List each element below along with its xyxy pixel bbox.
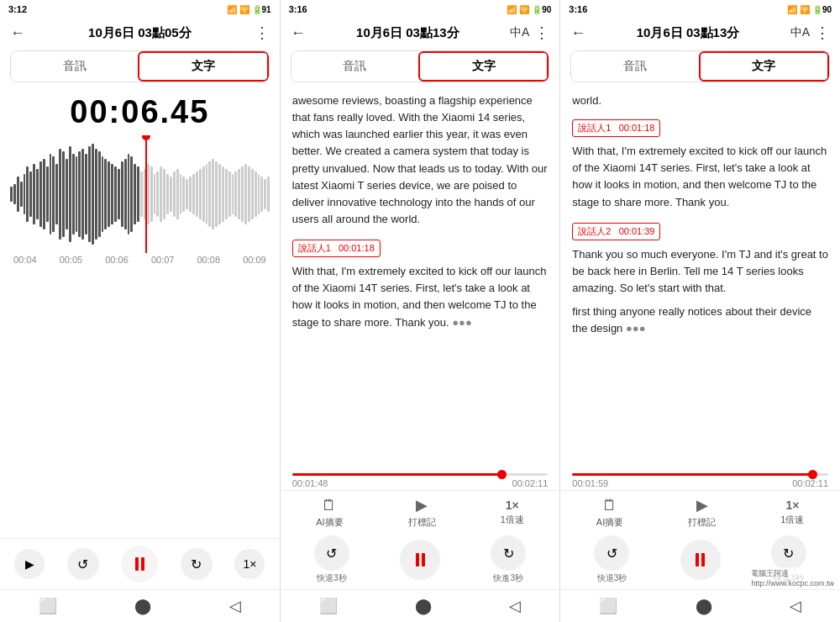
timer-display: 00:06.45 <box>0 86 280 135</box>
pause-wrap-3[interactable] <box>680 540 721 580</box>
speed-icon-2: 1× <box>506 498 519 512</box>
rewind-3s-1[interactable]: ↺ <box>67 548 99 580</box>
translate-icon-2[interactable]: 中A <box>510 25 529 40</box>
bookmark-icon-2: ▶ <box>416 496 428 514</box>
stop-icon-2[interactable]: ⬜ <box>319 597 338 615</box>
time-labels: 00:04 00:05 00:06 00:07 00:08 00:09 <box>7 253 273 266</box>
transcript-text-3-2: Thank you so much everyone. I'm TJ and i… <box>572 246 828 297</box>
status-time-3: 3:16 <box>569 4 587 14</box>
back-nav-icon-3[interactable]: ◁ <box>790 597 801 615</box>
transcript-area-2: awesome reviews, boasting a flagship exp… <box>281 86 560 470</box>
back-nav-icon-2[interactable]: ◁ <box>509 597 521 615</box>
tab-bar-1: 音訊 文字 <box>10 50 270 82</box>
wifi-icon: 🛜 <box>239 5 249 14</box>
status-bar-1: 3:12 📶 🛜 🔋91 <box>0 0 280 18</box>
app-header-1: ← 10月6日 03點05分 ⋮ <box>0 18 280 47</box>
speed-label-2: 1倍速 <box>501 514 524 526</box>
tab-audio-3[interactable]: 音訊 <box>571 51 698 82</box>
bookmark-btn-2[interactable]: ▶ 打標記 <box>408 496 436 529</box>
tab-audio-2[interactable]: 音訊 <box>291 51 418 82</box>
tab-text-2[interactable]: 文字 <box>418 51 549 82</box>
bookmark-btn-3[interactable]: ▶ 打標記 <box>688 496 716 529</box>
app-header-2: ← 10月6日 03點13分 中A ⋮ <box>281 18 560 47</box>
progress-fill-3[interactable] <box>572 473 812 476</box>
speed-icon-3: 1× <box>785 498 799 512</box>
progress-track-3[interactable] <box>572 473 828 476</box>
fwd-wrap-2[interactable]: ↻ 快進3秒 <box>491 535 526 584</box>
transcript-text-2-1: With that, I'm extremely excited to kick… <box>292 263 549 331</box>
back-icon-2[interactable]: ← <box>291 24 306 42</box>
progress-times-2: 00:01:48 00:02:11 <box>292 478 549 488</box>
ai-summary-btn-3[interactable]: 🗒 AI摘要 <box>596 497 623 529</box>
battery-icon-3: 🔋90 <box>812 5 832 14</box>
pause-btn-1[interactable] <box>121 546 158 582</box>
transcript-text-3-3: first thing anyone really notices about … <box>572 303 828 337</box>
progress-current-2: 00:01:48 <box>292 478 328 488</box>
speed-btn-2[interactable]: 1× 1倍速 <box>501 498 524 526</box>
speed-btn-3[interactable]: 1× 1倍速 <box>780 498 804 526</box>
toolbar-2: 🗒 AI摘要 ▶ 打標記 1× 1倍速 <box>281 490 560 532</box>
rewind-label-2: 快退3秒 <box>317 572 347 584</box>
back-nav-icon-1[interactable]: ◁ <box>229 597 241 615</box>
panel-1: 3:12 📶 🛜 🔋91 ← 10月6日 03點05分 ⋮ 音訊 文字 00:0… <box>0 0 281 622</box>
speaker-badge-3-2: 說話人2 00:01:39 <box>572 223 660 240</box>
battery-icon-2: 🔋90 <box>532 5 551 14</box>
ai-summary-btn-2[interactable]: 🗒 AI摘要 <box>316 497 343 529</box>
arrow-btn-1[interactable]: ▶ <box>14 549 45 579</box>
progress-current-3: 00:01:59 <box>572 478 608 488</box>
home-icon-1[interactable]: ⬤ <box>134 597 151 615</box>
watermark: 電腦王阿達 http://www.kocpc.com.tw <box>748 567 837 588</box>
more-icon-2[interactable]: ⋮ <box>534 24 549 42</box>
stop-icon-3[interactable]: ⬜ <box>599 597 617 615</box>
progress-track-2[interactable] <box>292 473 549 476</box>
speaker-badge-2-1: 說話人1 00:01:18 <box>292 240 381 257</box>
rewind-wrap-3[interactable]: ↺ 快退3秒 <box>594 535 629 584</box>
status-bar-3: 3:16 📶 🛜 🔋90 <box>560 0 840 18</box>
progress-container-3[interactable]: 00:01:59 00:02:11 <box>560 470 840 490</box>
rewind-label-3: 快退3秒 <box>597 572 627 584</box>
back-icon-1[interactable]: ← <box>10 24 25 42</box>
waveform[interactable] <box>7 135 273 253</box>
progress-container-2[interactable]: 00:01:48 00:02:11 <box>281 470 560 490</box>
bottom-ctrl-row-2: ↺ 快退3秒 ↻ 快進3秒 <box>281 532 560 589</box>
status-icons-1: 📶 🛜 🔋91 <box>227 5 271 14</box>
home-icon-3[interactable]: ⬤ <box>696 597 712 615</box>
sim-icon-3: 📶 <box>787 5 797 14</box>
tab-audio-1[interactable]: 音訊 <box>11 51 138 82</box>
speed-btn-1[interactable]: 1× <box>234 549 265 579</box>
tab-text-3[interactable]: 文字 <box>699 51 829 82</box>
bookmark-label-3: 打標記 <box>688 516 716 529</box>
pause-wrap-2[interactable] <box>400 540 440 580</box>
sim-icon-2: 📶 <box>507 5 517 14</box>
rewind-icon-2: ↺ <box>326 546 337 561</box>
header-title-2: 10月6日 03點13分 <box>356 25 459 41</box>
status-bar-2: 3:16 📶 🛜 🔋90 <box>281 0 560 18</box>
more-icon-3[interactable]: ⋮ <box>815 24 830 42</box>
transcript-text-3-0: world. <box>572 92 828 109</box>
more-icon-1[interactable]: ⋮ <box>255 24 270 42</box>
translate-icon-3[interactable]: 中A <box>790 25 810 40</box>
tab-text-1[interactable]: 文字 <box>138 51 268 82</box>
stop-icon-1[interactable]: ⬜ <box>39 597 57 615</box>
back-icon-3[interactable]: ← <box>570 24 585 42</box>
sim-icon: 📶 <box>227 5 237 14</box>
rewind-wrap-2[interactable]: ↺ 快退3秒 <box>314 535 349 584</box>
speaker-badge-3-1: 說話人1 00:01:18 <box>572 119 660 137</box>
status-icons-2: 📶 🛜 🔋90 <box>507 5 551 14</box>
progress-fill-2[interactable] <box>292 473 502 476</box>
speed-label-3: 1倍速 <box>780 514 804 526</box>
fwd-3s-1[interactable]: ↻ <box>181 548 213 580</box>
transcript-area-3: world. 說話人1 00:01:18 With that, I'm extr… <box>560 86 840 470</box>
progress-times-3: 00:01:59 00:02:11 <box>572 478 828 488</box>
panel-2: 3:16 📶 🛜 🔋90 ← 10月6日 03點13分 中A ⋮ 音訊 文字 a… <box>281 0 561 622</box>
tab-bar-3: 音訊 文字 <box>570 50 830 82</box>
home-icon-2[interactable]: ⬤ <box>415 597 432 615</box>
app-header-3: ← 10月6日 03點13分 中A ⋮ <box>560 18 840 47</box>
progress-thumb-3[interactable] <box>808 470 817 479</box>
nav-bar-2: ⬜ ⬤ ◁ <box>281 589 560 622</box>
status-time-1: 3:12 <box>8 4 27 14</box>
waveform-container: 00:04 00:05 00:06 00:07 00:08 00:09 <box>7 135 273 538</box>
bookmark-label-2: 打標記 <box>408 516 436 529</box>
progress-thumb-2[interactable] <box>497 470 507 479</box>
bookmark-icon-3: ▶ <box>696 496 708 514</box>
